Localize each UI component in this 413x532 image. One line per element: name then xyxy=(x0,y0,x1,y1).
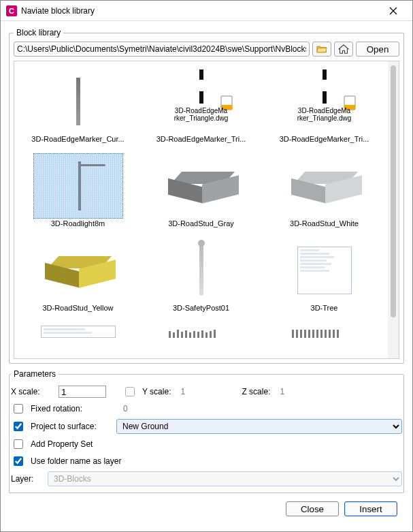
project-surface-row: Project to surface: New Ground xyxy=(11,419,402,434)
use-folder-as-layer-checkbox[interactable] xyxy=(14,456,23,466)
parameters-legend: Parameters xyxy=(11,369,59,379)
zscale-label: Z scale: xyxy=(236,387,270,396)
add-property-set-label: Add Property Set xyxy=(31,439,93,449)
marker-pole-icon xyxy=(76,78,80,125)
scale-row: X scale: Y scale: 1 Z scale: 1 xyxy=(11,385,402,398)
block-item-road-edge-marker-triangle-1[interactable]: 3D-RoadEdgeMarker_Triangle.dwg 3D-RoadEd… xyxy=(143,67,259,146)
tree-form-icon xyxy=(297,247,352,294)
use-folder-as-layer-label: Use folder name as layer xyxy=(31,456,121,466)
parameters-group: Parameters X scale: Y scale: 1 Z scale: … xyxy=(9,369,404,493)
project-surface-checkbox[interactable] xyxy=(14,422,23,431)
fence-icon xyxy=(292,323,357,338)
layer-row: Layer: 3D-Blocks xyxy=(11,471,402,486)
block-item-safety-post[interactable]: 3D-SafetyPost01 xyxy=(143,236,259,315)
safety-post-icon xyxy=(199,245,203,296)
insert-button[interactable]: Insert xyxy=(344,501,397,516)
block-item-road-edge-marker-triangle-2[interactable]: 3D-RoadEdgeMarker_Triangle.dwg 3D-RoadEd… xyxy=(266,67,382,146)
thumbnail-gallery: 3D-RoadEdgeMarker_Cur... 3D-RoadEdgeMark… xyxy=(14,61,399,359)
block-item-road-stud-white[interactable]: 3D-RoadStud_White xyxy=(266,151,382,230)
xscale-label: X scale: xyxy=(11,387,53,396)
scrollbar-thumb[interactable] xyxy=(391,65,396,317)
xscale-input[interactable] xyxy=(59,386,106,398)
gallery-scrollbar[interactable] xyxy=(388,61,399,358)
fixed-rotation-checkbox[interactable] xyxy=(14,404,23,413)
dwg-caption: 3D-RoadEdgeMarker_Triangle.dwg xyxy=(174,108,229,122)
zscale-value: 1 xyxy=(276,387,284,396)
window-title: Naviate block library xyxy=(21,6,380,16)
window-close-button[interactable] xyxy=(380,1,407,20)
block-library-legend: Block library xyxy=(14,28,63,37)
block-item-road-stud-yellow[interactable]: 3D-RoadStud_Yellow xyxy=(20,236,136,315)
block-item-roadlight-8m[interactable]: 3D-Roadlight8m xyxy=(20,151,136,230)
layer-label: Layer: xyxy=(11,474,42,484)
block-item-label: 3D-RoadEdgeMarker_Tri... xyxy=(280,135,369,143)
home-button[interactable] xyxy=(334,42,353,57)
library-path-input[interactable] xyxy=(14,42,310,57)
block-item-road-stud-gray[interactable]: 3D-RoadStud_Gray xyxy=(143,151,259,230)
road-stud-icon xyxy=(164,168,239,205)
block-item-partial-2[interactable] xyxy=(143,320,259,341)
dialog-footer: Close Insert xyxy=(9,496,404,523)
road-stud-icon xyxy=(287,168,362,205)
folder-as-layer-row: Use folder name as layer xyxy=(11,454,402,468)
close-icon xyxy=(389,7,397,15)
fixed-rotation-label: Fixed rotation: xyxy=(31,404,82,413)
dialog-window: C Naviate block library Block library xyxy=(0,0,413,532)
app-icon: C xyxy=(6,5,17,16)
yscale-link-checkbox[interactable] xyxy=(125,387,135,396)
block-item-label: 3D-SafetyPost01 xyxy=(173,304,229,312)
fixed-rotation-row: Fixed rotation: 0 xyxy=(11,402,402,416)
block-item-label: 3D-RoadEdgeMarker_Cur... xyxy=(31,135,124,143)
title-bar: C Naviate block library xyxy=(1,1,412,21)
fixed-rotation-value: 0 xyxy=(123,404,128,413)
fence-icon xyxy=(169,323,234,338)
close-button[interactable]: Close xyxy=(286,501,339,516)
project-surface-label: Project to surface: xyxy=(31,422,111,431)
gallery-scroll-area[interactable]: 3D-RoadEdgeMarker_Cur... 3D-RoadEdgeMark… xyxy=(14,61,388,358)
yscale-label: Y scale: xyxy=(142,387,171,396)
block-library-group: Block library Open xyxy=(9,28,404,364)
block-item-tree[interactable]: 3D-Tree xyxy=(266,236,382,315)
block-item-partial-3[interactable] xyxy=(266,320,382,341)
add-property-set-checkbox[interactable] xyxy=(14,439,23,449)
block-item-label: 3D-RoadEdgeMarker_Tri... xyxy=(156,135,246,143)
yscale-value: 1 xyxy=(176,387,217,396)
thumbnail-grid: 3D-RoadEdgeMarker_Cur... 3D-RoadEdgeMark… xyxy=(20,67,382,341)
block-item-label: 3D-RoadStud_Gray xyxy=(168,219,234,228)
path-row: Open xyxy=(14,42,399,57)
open-button[interactable]: Open xyxy=(356,42,399,57)
block-item-label: 3D-RoadStud_White xyxy=(290,219,359,228)
roadlight-icon xyxy=(76,161,81,210)
dwg-caption: 3D-RoadEdgeMarker_Triangle.dwg xyxy=(297,108,352,122)
surface-select[interactable]: New Ground xyxy=(116,419,402,434)
road-stud-icon xyxy=(41,252,116,290)
folder-open-icon xyxy=(316,44,327,54)
block-item-label: 3D-Tree xyxy=(311,304,338,312)
layer-select: 3D-Blocks xyxy=(48,471,402,486)
block-item-label: 3D-RoadStud_Yellow xyxy=(42,304,113,312)
block-item-partial-1[interactable] xyxy=(20,320,136,341)
home-icon xyxy=(338,44,349,54)
dialog-content: Block library Open xyxy=(1,21,412,531)
block-item-label: 3D-Roadlight8m xyxy=(51,219,105,228)
form-preview-icon xyxy=(41,326,116,338)
add-property-set-row: Add Property Set xyxy=(11,437,402,451)
browse-folder-button[interactable] xyxy=(312,42,331,57)
block-item-road-edge-marker-curved[interactable]: 3D-RoadEdgeMarker_Cur... xyxy=(20,67,136,146)
